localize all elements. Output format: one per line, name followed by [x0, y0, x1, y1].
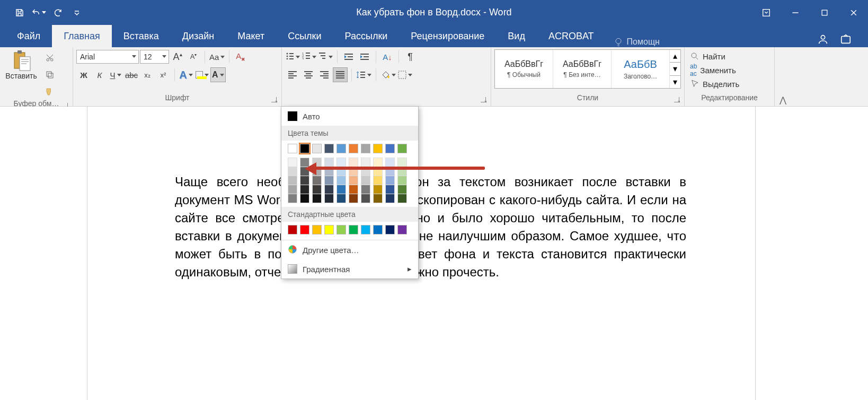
tint-swatch[interactable]: [300, 185, 309, 194]
customize-qat-button[interactable]: [68, 0, 86, 25]
tint-swatch[interactable]: [349, 194, 358, 203]
tint-swatch[interactable]: [288, 185, 297, 194]
gallery-more-button[interactable]: ▾: [670, 76, 680, 88]
highlight-button[interactable]: [194, 67, 209, 82]
undo-button[interactable]: [30, 0, 48, 25]
tab-design[interactable]: Дизайн: [171, 25, 226, 47]
borders-button[interactable]: [397, 67, 413, 82]
tint-swatch[interactable]: [397, 185, 407, 194]
tint-swatch[interactable]: [300, 167, 309, 176]
styles-launcher[interactable]: [674, 95, 680, 102]
replace-button[interactable]: abacЗаменить: [688, 63, 738, 77]
tint-swatch[interactable]: [324, 176, 334, 185]
maximize-button[interactable]: [810, 0, 839, 25]
text-effects-button[interactable]: A: [179, 67, 193, 82]
tint-swatch[interactable]: [324, 167, 334, 176]
tint-swatch[interactable]: [288, 167, 297, 176]
tint-swatch[interactable]: [312, 158, 322, 167]
tint-swatch[interactable]: [349, 176, 358, 185]
decrease-indent-button[interactable]: [341, 49, 356, 64]
ribbon-display-options-button[interactable]: [751, 0, 781, 25]
tint-swatch[interactable]: [361, 167, 370, 176]
tint-swatch[interactable]: [336, 167, 346, 176]
tint-swatch[interactable]: [324, 158, 334, 167]
tab-home[interactable]: Главная: [52, 25, 112, 47]
tint-swatch[interactable]: [349, 167, 358, 176]
theme-color-swatch[interactable]: [300, 144, 309, 153]
tab-file[interactable]: Файл: [5, 25, 52, 47]
more-colors-option[interactable]: Другие цвета…: [281, 240, 418, 259]
tint-swatch[interactable]: [373, 185, 383, 194]
standard-color-swatch[interactable]: [324, 225, 334, 234]
font-name-select[interactable]: Arial: [76, 50, 139, 64]
tint-swatch[interactable]: [336, 185, 346, 194]
tint-swatch[interactable]: [312, 167, 322, 176]
redo-button[interactable]: [49, 0, 67, 25]
tint-swatch[interactable]: [373, 194, 383, 203]
theme-color-swatch[interactable]: [397, 144, 407, 153]
theme-color-swatch[interactable]: [349, 144, 358, 153]
tint-swatch[interactable]: [324, 185, 334, 194]
strikethrough-button[interactable]: abc: [124, 67, 139, 82]
document-area[interactable]: Чаще всего необходимость убрать фон за т…: [0, 107, 868, 400]
styles-gallery[interactable]: АаБбВвГг ¶ Обычный АаБбВвГг ¶ Без инте… …: [494, 49, 681, 89]
tint-swatch[interactable]: [397, 194, 407, 203]
tint-swatch[interactable]: [336, 158, 346, 167]
tint-swatch[interactable]: [312, 176, 322, 185]
tint-swatch[interactable]: [385, 185, 395, 194]
theme-color-swatch[interactable]: [361, 144, 370, 153]
tint-swatch[interactable]: [300, 176, 309, 185]
tint-swatch[interactable]: [385, 176, 395, 185]
standard-color-swatch[interactable]: [385, 225, 395, 234]
tint-swatch[interactable]: [361, 176, 370, 185]
tab-review[interactable]: Рецензирование: [399, 25, 496, 47]
share-button[interactable]: [839, 33, 852, 47]
cut-button[interactable]: [42, 50, 57, 65]
tint-swatch[interactable]: [397, 158, 407, 167]
tint-swatch[interactable]: [324, 194, 334, 203]
style-no-spacing[interactable]: АаБбВвГг ¶ Без инте…: [553, 50, 612, 88]
gradient-option[interactable]: Градиентная ▸: [281, 259, 418, 279]
collapse-ribbon-button[interactable]: ⋀: [775, 47, 791, 106]
tint-swatch[interactable]: [336, 194, 346, 203]
tint-swatch[interactable]: [288, 194, 297, 203]
tint-swatch[interactable]: [373, 176, 383, 185]
bullets-button[interactable]: [285, 49, 300, 64]
standard-color-swatch[interactable]: [300, 225, 309, 234]
tint-swatch[interactable]: [300, 194, 309, 203]
tint-swatch[interactable]: [361, 158, 370, 167]
gallery-up-button[interactable]: ▴: [670, 50, 680, 63]
tint-swatch[interactable]: [288, 158, 297, 167]
superscript-button[interactable]: x²: [156, 67, 171, 82]
tint-swatch[interactable]: [397, 167, 407, 176]
tint-swatch[interactable]: [373, 158, 383, 167]
clear-formatting-button[interactable]: A✖: [233, 49, 248, 64]
gallery-down-button[interactable]: ▾: [670, 63, 680, 75]
tab-references[interactable]: Ссылки: [276, 25, 333, 47]
show-marks-button[interactable]: ¶: [403, 49, 418, 64]
standard-color-swatch[interactable]: [361, 225, 370, 234]
style-normal[interactable]: АаБбВвГг ¶ Обычный: [495, 50, 553, 88]
tint-swatch[interactable]: [373, 167, 383, 176]
theme-color-swatch[interactable]: [288, 144, 297, 153]
tab-mailings[interactable]: Рассылки: [333, 25, 400, 47]
tint-swatch[interactable]: [385, 167, 395, 176]
shading-button[interactable]: [380, 67, 396, 82]
style-heading1[interactable]: АаБбВ Заголово…: [612, 50, 670, 88]
align-center-button[interactable]: [301, 67, 316, 82]
paste-button[interactable]: Вставить: [3, 49, 40, 81]
align-justify-button[interactable]: [333, 67, 348, 82]
tint-swatch[interactable]: [385, 158, 395, 167]
sort-button[interactable]: A↓: [380, 49, 395, 64]
grow-font-button[interactable]: A▴: [170, 49, 185, 64]
find-button[interactable]: Найти: [688, 49, 733, 63]
standard-color-swatch[interactable]: [373, 225, 383, 234]
shrink-font-button[interactable]: A▾: [186, 49, 201, 64]
copy-button[interactable]: [42, 67, 57, 82]
font-color-button[interactable]: A: [210, 67, 226, 82]
paragraph-launcher[interactable]: [480, 95, 486, 102]
close-button[interactable]: [839, 0, 868, 25]
tint-swatch[interactable]: [397, 176, 407, 185]
line-spacing-button[interactable]: [356, 67, 372, 82]
standard-color-swatch[interactable]: [288, 225, 297, 234]
